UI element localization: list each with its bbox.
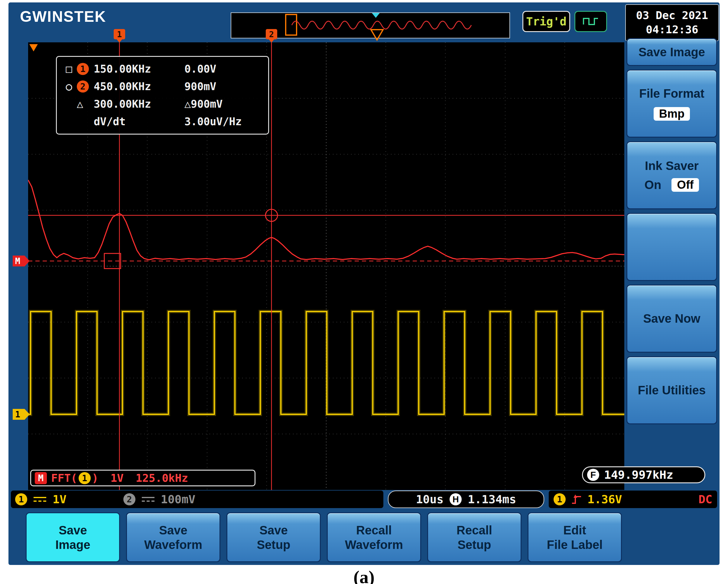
btn-line1: Recall [457,523,492,537]
btn-line2: Waveform [144,537,202,552]
horizontal-status-strip[interactable]: 10us H 1.134ms [388,490,544,508]
cursor1-flag[interactable]: 1 [114,29,125,43]
timebase-value: 10us [416,493,444,506]
figure-caption: (a) [0,567,728,584]
side-menu-label: File Format [639,87,704,100]
ch1-marker-label: 1 [15,409,20,420]
delay-value: 1.134ms [468,493,516,506]
trigger-level-icon [29,44,38,51]
btn-line2: File Label [547,537,603,552]
math-trace-marker[interactable]: M [13,256,30,266]
dvdt-label: dV/dt [94,116,184,128]
cursor1-flag-pin [117,39,122,43]
trigger-status-badge: Trig'd [522,11,570,32]
freq-counter-value: 149.997kHz [604,468,673,481]
trigger-status-label: Trig'd [526,15,567,28]
side-menu-file-utilities[interactable]: File Utilities [626,356,717,424]
trigger-source-badge: 1 [553,493,566,505]
btn-line2: Waveform [345,537,403,552]
math-marker-label: M [15,256,20,266]
circle-marker-icon: ○ [61,80,77,93]
cursor2-value: 900mV [184,80,216,93]
ch1-trace-marker[interactable]: 1 [13,409,30,420]
bottom-menu-recall-setup[interactable]: Recall Setup [427,512,521,562]
cursor2-badge: 2 [77,80,89,93]
square-wave-icon [582,16,599,27]
fft-scale: 1V [110,472,123,484]
oscilloscope-bezel: GWINSTEK Trig'd 03 Dec 2021 04:12:36 [8,2,720,565]
frequency-counter: F 149.997kHz [582,466,705,483]
fft-close-paren: ) [92,472,99,484]
cursor2-freq: 450.00KHz [94,80,184,93]
side-menu-label: Save Image [639,45,705,59]
channel-status-strip[interactable]: 1 1V 2 100mV [11,490,383,508]
cursor-row-1: □ 1 150.00KHz 0.00V [61,60,264,78]
btn-line1: Edit [563,523,586,537]
btn-line2: Setup [257,537,290,552]
btn-line1: Save [159,523,187,537]
fft-function-label: FFT( [51,472,77,484]
btn-line2: Setup [458,537,491,552]
file-format-value: Bmp [654,107,690,121]
fft-source-badge: 1 [79,472,91,484]
ink-saver-off-value: Off [672,178,699,192]
bottom-menu-edit-file-label[interactable]: Edit File Label [527,512,622,562]
btn-line1: Save [259,523,287,537]
cursor-measurement-panel: □ 1 150.00KHz 0.00V ○ 2 450.00KHz 900mV … [56,56,269,134]
fft-trace [28,180,624,260]
cursor1-badge: 1 [77,63,89,75]
math-status-box: M FFT( 1 ) 1V 125.0kHz [30,470,256,486]
bottom-menu-save-image[interactable]: Save Image [26,512,120,562]
ch2-scale: 100mV [161,493,195,506]
side-menu-file-format[interactable]: File Format Bmp [626,70,717,137]
fft-span: 125.0kHz [136,472,188,484]
side-menu-blank[interactable] [626,213,717,281]
freq-counter-icon: F [587,469,599,481]
zoom-window-icon [286,15,296,35]
cursor2-flag-label: 2 [266,29,277,39]
preview-trace [292,21,471,29]
side-menu-ink-saver[interactable]: Ink Saver On Off [626,141,717,209]
cursor2-flag-pin [269,39,274,43]
dvdt-value: 3.00uV/Hz [184,116,242,128]
trigger-level-value: 1.36V [588,493,622,506]
bottom-menu-recall-waveform[interactable]: Recall Waveform [327,512,421,562]
date-label: 03 Dec 2021 [636,8,708,23]
ch2-badge[interactable]: 2 [123,493,135,505]
btn-line1: Recall [356,523,392,537]
side-menu-label: File Utilities [638,383,706,397]
cursor-row-dvdt: dV/dt 3.00uV/Hz [61,113,264,130]
trigger-coupling: DC [698,493,712,506]
trigger-type-badge [574,11,607,32]
screenshot-stage: GWINSTEK Trig'd 03 Dec 2021 04:12:36 [0,0,728,584]
ch1-badge[interactable]: 1 [15,493,27,505]
side-menu-save-image[interactable]: Save Image [626,38,717,66]
cursor-row-delta: △ 300.00KHz △900mV [61,95,264,113]
side-menu-label: Save Now [643,312,701,325]
trigger-position-icon [372,13,380,18]
cursor-row-2: ○ 2 450.00KHz 900mV [61,78,264,95]
ch1-scale: 1V [53,493,67,506]
trigger-status-strip[interactable]: 1 1.36V DC [549,490,717,508]
delta-freq: 300.00KHz [94,98,184,110]
btn-line1: Save [59,523,87,537]
bottom-menu-save-setup[interactable]: Save Setup [227,512,321,562]
gwinstek-logo: GWINSTEK [20,8,106,25]
delta-marker-icon: △ [77,98,94,110]
bottom-menu-save-waveform[interactable]: Save Waveform [126,512,220,562]
math-badge: M [35,472,47,484]
rising-edge-icon [571,493,582,505]
datetime-display: 03 Dec 2021 04:12:36 [625,4,719,41]
delta-value: △900mV [184,98,223,110]
cursor2-flag[interactable]: 2 [266,29,277,43]
time-label: 04:12:36 [646,23,698,37]
side-menu-save-now[interactable]: Save Now [626,285,717,353]
ink-saver-on-label: On [645,178,661,192]
side-menu-label: Ink Saver [645,159,699,173]
ch2-dc-coupling-icon [141,495,155,504]
horizontal-icon: H [449,493,462,505]
trigger-position-arrow-icon[interactable] [370,28,384,41]
ch1-dc-coupling-icon [33,495,47,504]
cursor1-freq: 150.00KHz [94,63,184,75]
cursor1-value: 0.00V [184,63,216,75]
